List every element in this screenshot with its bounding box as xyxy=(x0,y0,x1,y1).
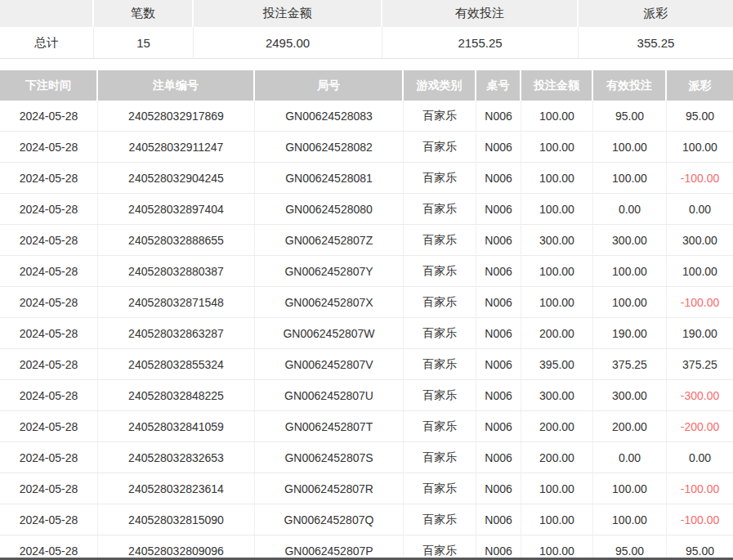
game-type-cell: 百家乐 xyxy=(404,442,476,473)
bet-time-cell: 2024-05-28 xyxy=(0,287,98,318)
bet-time-cell: 2024-05-28 xyxy=(0,194,98,225)
bet-id-cell: 240528032871548 xyxy=(98,287,255,318)
bet-amount-cell: 200.00 xyxy=(521,411,593,442)
round-id-cell: GN0062452807S xyxy=(255,442,404,473)
round-id-cell: GN00624528082 xyxy=(255,132,404,163)
bet-id-cell: 240528032911247 xyxy=(98,132,255,163)
table-no-cell: N006 xyxy=(476,101,521,132)
bet-time-cell: 2024-05-28 xyxy=(0,380,98,411)
table-no-cell: N006 xyxy=(476,318,521,349)
summary-total-label: 总计 xyxy=(0,27,94,59)
table-row: 2024-05-28240528032917869GN00624528083百家… xyxy=(0,101,733,132)
table-no-cell: N006 xyxy=(476,473,521,504)
summary-header-payout: 派彩 xyxy=(579,0,733,27)
payout-cell: -100.00 xyxy=(667,163,733,194)
table-row: 2024-05-28240528032880387GN0062452807Y百家… xyxy=(0,256,733,287)
bet-id-cell: 240528032855324 xyxy=(98,349,255,380)
bet-id-cell: 240528032897404 xyxy=(98,194,255,225)
bet-time-cell: 2024-05-28 xyxy=(0,101,98,132)
bet-time-cell: 2024-05-28 xyxy=(0,132,98,163)
valid-bet-cell: 200.00 xyxy=(593,411,667,442)
section-divider xyxy=(0,59,733,70)
summary-total-valid-bet: 2155.25 xyxy=(382,27,579,59)
game-type-cell: 百家乐 xyxy=(404,132,476,163)
payout-cell: -100.00 xyxy=(667,504,733,535)
bet-time-cell: 2024-05-28 xyxy=(0,225,98,256)
table-no-cell: N006 xyxy=(476,163,521,194)
table-row: 2024-05-28240528032809096GN0062452807P百家… xyxy=(0,535,733,560)
round-id-cell: GN0062452807X xyxy=(255,287,404,318)
table-no-cell: N006 xyxy=(476,380,521,411)
summary-total-bet-amount: 2495.00 xyxy=(194,27,382,59)
table-row: 2024-05-28240528032848225GN0062452807U百家… xyxy=(0,380,733,411)
valid-bet-cell: 100.00 xyxy=(593,132,667,163)
payout-cell: 0.00 xyxy=(667,194,733,225)
bet-id-cell: 240528032904245 xyxy=(98,163,255,194)
bet-id-cell: 240528032823614 xyxy=(98,473,255,504)
table-no-cell: N006 xyxy=(476,504,521,535)
records-header-table-no: 桌号 xyxy=(476,70,521,101)
bet-time-cell: 2024-05-28 xyxy=(0,473,98,504)
valid-bet-cell: 100.00 xyxy=(593,163,667,194)
records-header-bet-amount: 投注金额 xyxy=(521,70,593,101)
table-no-cell: N006 xyxy=(476,256,521,287)
table-row: 2024-05-28240528032897404GN00624528080百家… xyxy=(0,194,733,225)
bet-id-cell: 240528032848225 xyxy=(98,380,255,411)
game-type-cell: 百家乐 xyxy=(404,287,476,318)
valid-bet-cell: 0.00 xyxy=(593,194,667,225)
table-no-cell: N006 xyxy=(476,442,521,473)
game-type-cell: 百家乐 xyxy=(404,163,476,194)
round-id-cell: GN0062452807Q xyxy=(255,504,404,535)
table-row: 2024-05-28240528032823614GN0062452807R百家… xyxy=(0,473,733,504)
table-no-cell: N006 xyxy=(476,194,521,225)
bet-time-cell: 2024-05-28 xyxy=(0,318,98,349)
table-no-cell: N006 xyxy=(476,132,521,163)
records-table-header: 下注时间 注单编号 局号 游戏类别 桌号 投注金额 有效投注 派彩 xyxy=(0,70,733,101)
summary-header-valid-bet: 有效投注 xyxy=(382,0,579,27)
round-id-cell: GN0062452807P xyxy=(255,535,404,560)
records-table-body: 2024-05-28240528032917869GN00624528083百家… xyxy=(0,101,733,560)
summary-total-row: 总计 15 2495.00 2155.25 355.25 xyxy=(0,27,733,59)
round-id-cell: GN0062452807R xyxy=(255,473,404,504)
valid-bet-cell: 300.00 xyxy=(593,380,667,411)
bet-amount-cell: 100.00 xyxy=(521,163,593,194)
payout-cell: -100.00 xyxy=(667,287,733,318)
table-no-cell: N006 xyxy=(476,225,521,256)
records-header-payout: 派彩 xyxy=(667,70,733,101)
summary-header-count: 笔数 xyxy=(94,0,194,27)
bet-time-cell: 2024-05-28 xyxy=(0,256,98,287)
table-no-cell: N006 xyxy=(476,535,521,560)
table-row: 2024-05-28240528032815090GN0062452807Q百家… xyxy=(0,504,733,535)
records-header-valid-bet: 有效投注 xyxy=(593,70,667,101)
bet-time-cell: 2024-05-28 xyxy=(0,504,98,535)
valid-bet-cell: 100.00 xyxy=(593,256,667,287)
bet-time-cell: 2024-05-28 xyxy=(0,442,98,473)
game-type-cell: 百家乐 xyxy=(404,504,476,535)
round-id-cell: GN00624528080 xyxy=(255,194,404,225)
round-id-cell: GN0062452807V xyxy=(255,349,404,380)
summary-header-blank xyxy=(0,0,94,27)
bet-time-cell: 2024-05-28 xyxy=(0,535,98,560)
summary-total-count: 15 xyxy=(94,27,194,59)
payout-cell: 95.00 xyxy=(667,535,733,560)
bet-amount-cell: 100.00 xyxy=(521,132,593,163)
payout-cell: 100.00 xyxy=(667,256,733,287)
valid-bet-cell: 300.00 xyxy=(593,225,667,256)
records-header-bet-id: 注单编号 xyxy=(98,70,255,101)
round-id-cell: GN0062452807U xyxy=(255,380,404,411)
payout-cell: 300.00 xyxy=(667,225,733,256)
valid-bet-cell: 190.00 xyxy=(593,318,667,349)
bet-id-cell: 240528032880387 xyxy=(98,256,255,287)
bet-id-cell: 240528032832653 xyxy=(98,442,255,473)
bet-id-cell: 240528032809096 xyxy=(98,535,255,560)
table-no-cell: N006 xyxy=(476,287,521,318)
payout-cell: 190.00 xyxy=(667,318,733,349)
bet-id-cell: 240528032917869 xyxy=(98,101,255,132)
round-id-cell: GN0062452807Z xyxy=(255,225,404,256)
valid-bet-cell: 100.00 xyxy=(593,287,667,318)
bet-id-cell: 240528032863287 xyxy=(98,318,255,349)
table-row: 2024-05-28240528032904245GN00624528081百家… xyxy=(0,163,733,194)
summary-header-bet-amount: 投注金额 xyxy=(194,0,382,27)
payout-cell: 375.25 xyxy=(667,349,733,380)
game-type-cell: 百家乐 xyxy=(404,535,476,560)
